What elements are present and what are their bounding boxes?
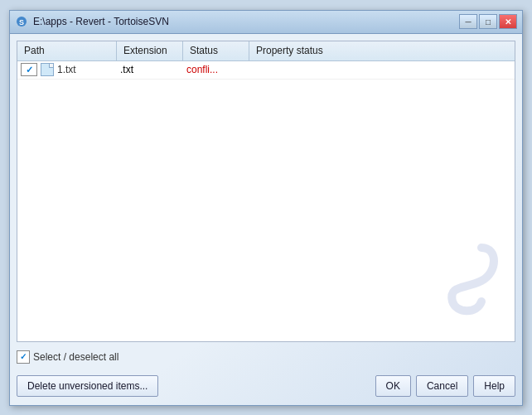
window-content: Path Extension Status Property status: [10, 34, 522, 405]
file-list-container: Path Extension Status Property status: [17, 41, 515, 342]
select-all-label: Select / deselect all: [33, 351, 118, 363]
table-row[interactable]: 1.txt .txt confli...: [17, 61, 515, 80]
row-checkbox[interactable]: [21, 63, 37, 76]
delete-unversioned-button[interactable]: Delete unversioned items...: [17, 375, 158, 397]
window-icon: S: [15, 15, 28, 28]
column-headers: Path Extension Status Property status: [17, 41, 515, 61]
cancel-button[interactable]: Cancel: [416, 375, 468, 397]
col-header-extension[interactable]: Extension: [117, 41, 183, 60]
svg-text:S: S: [19, 18, 24, 27]
file-name: 1.txt: [57, 64, 76, 75]
col-header-path[interactable]: Path: [17, 41, 117, 60]
col-header-property-status[interactable]: Property status: [249, 41, 515, 60]
file-rows: 1.txt .txt confli...: [17, 61, 515, 341]
minimize-button[interactable]: ─: [459, 14, 477, 29]
select-all-bar: Select / deselect all: [17, 347, 515, 367]
main-window: S E:\apps - Revert - TortoiseSVN ─ □ ✕ P…: [9, 10, 523, 406]
close-button[interactable]: ✕: [499, 14, 517, 29]
cell-path: 1.txt: [17, 61, 117, 79]
cell-status: confli...: [183, 61, 249, 79]
window-controls: ─ □ ✕: [459, 14, 517, 29]
help-button[interactable]: Help: [473, 375, 515, 397]
cell-property-status: [249, 61, 515, 79]
window-title: E:\apps - Revert - TortoiseSVN: [33, 16, 459, 27]
restore-button[interactable]: □: [479, 14, 497, 29]
select-all-checkbox[interactable]: [17, 350, 30, 364]
file-icon: [41, 63, 54, 76]
col-header-status[interactable]: Status: [183, 41, 249, 60]
ok-button[interactable]: OK: [375, 375, 411, 397]
cell-extension: .txt: [117, 61, 183, 79]
button-row: Delete unversioned items... OK Cancel He…: [17, 372, 515, 398]
title-bar: S E:\apps - Revert - TortoiseSVN ─ □ ✕: [10, 11, 522, 34]
